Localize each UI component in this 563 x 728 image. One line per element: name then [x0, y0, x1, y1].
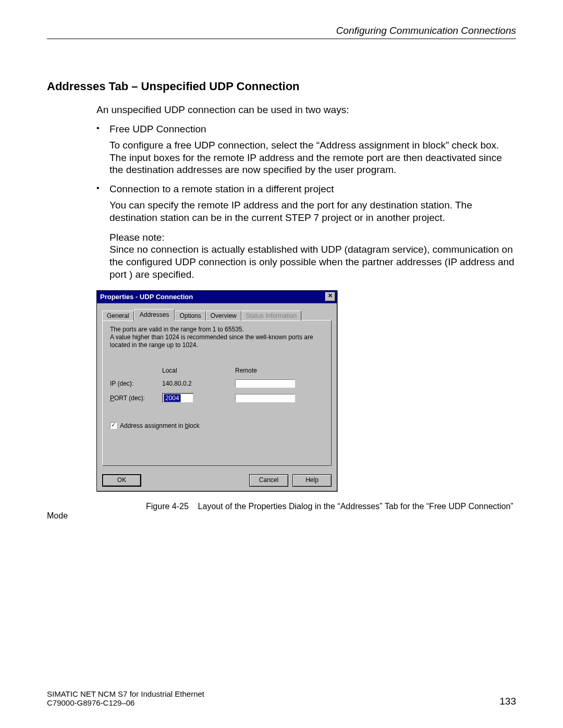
close-icon: ✕	[328, 292, 333, 299]
bullet-marker: •	[96, 183, 109, 195]
footer-docid: C79000-G8976-C129–06	[47, 698, 204, 707]
address-assignment-checkbox[interactable]: ✓	[110, 422, 117, 429]
close-button[interactable]: ✕	[325, 292, 335, 301]
column-header-local: Local	[162, 367, 235, 374]
column-header-remote: Remote	[235, 367, 313, 374]
footer-product: SIMATIC NET NCM S7 for Industrial Ethern…	[47, 689, 204, 698]
help-button[interactable]: Help	[292, 474, 332, 487]
list-item: • Free UDP Connection To configure a fre…	[96, 124, 516, 176]
bullet-marker: •	[96, 124, 109, 135]
help-line-1: The ports are valid in the range from 1 …	[110, 326, 244, 333]
figure-text: Layout of the Properties Dialog in the “…	[47, 502, 513, 520]
note-label: Please note:	[109, 232, 165, 243]
remote-port-input[interactable]	[235, 394, 295, 402]
tab-addresses[interactable]: Addresses	[134, 309, 175, 320]
dialog-titlebar[interactable]: Properties - UDP Connection ✕	[97, 291, 337, 303]
bullet-label: Free UDP Connection	[109, 124, 206, 135]
row-label-port: PORT (dec):	[110, 394, 162, 402]
tab-strip: General Addresses Options Overview Statu…	[102, 309, 332, 320]
page-footer: SIMATIC NET NCM S7 for Industrial Ethern…	[47, 689, 516, 708]
tab-status-information: Status Information	[241, 311, 301, 321]
bullet-paragraph: You can specify the remote IP address an…	[109, 199, 516, 224]
figure-label: Figure 4-25	[146, 502, 189, 511]
address-grid: Local Remote IP (dec): 140.80.0.2 PORT (…	[110, 367, 324, 403]
bullet-list: • Free UDP Connection To configure a fre…	[96, 124, 516, 281]
note-text: Since no connection is actually establis…	[109, 244, 515, 280]
address-assignment-checkbox-row[interactable]: ✓ Address assignment in block	[110, 422, 324, 429]
page-header: Configuring Communication Connections	[47, 25, 516, 39]
remote-ip-input[interactable]	[235, 379, 295, 388]
local-port-value: 2004	[164, 394, 181, 402]
cancel-button[interactable]: Cancel	[249, 474, 288, 487]
chapter-title: Configuring Communication Connections	[336, 25, 516, 36]
tab-options[interactable]: Options	[175, 311, 205, 321]
section-heading: Addresses Tab – Unspecified UDP Connecti…	[47, 80, 516, 93]
tab-general[interactable]: General	[102, 311, 134, 321]
row-label-ip: IP (dec):	[110, 380, 162, 387]
bullet-label: Connection to a remote station in a diff…	[109, 183, 334, 195]
bullet-paragraph: To configure a free UDP connection, sele…	[109, 139, 516, 176]
tab-overview[interactable]: Overview	[206, 311, 241, 321]
dialog-title: Properties - UDP Connection	[100, 293, 193, 301]
bullet-note: Please note: Since no connection is actu…	[109, 231, 516, 281]
tab-panel-addresses: The ports are valid in the range from 1 …	[102, 320, 332, 466]
checkbox-label: Address assignment in block	[120, 422, 200, 429]
figure-caption: Figure 4-25 Layout of the Properties Dia…	[47, 502, 516, 521]
port-help-text: The ports are valid in the range from 1 …	[110, 326, 324, 349]
ok-button[interactable]: OK	[102, 474, 141, 487]
dialog-button-row: OK Cancel Help	[97, 470, 337, 491]
list-item: • Connection to a remote station in a di…	[96, 183, 516, 281]
properties-dialog: Properties - UDP Connection ✕ General Ad…	[96, 290, 337, 491]
help-line-2: A value higher than 1024 is recommended …	[110, 334, 313, 349]
intro-text: An unspecified UDP connection can be use…	[96, 104, 516, 116]
page-number: 133	[499, 696, 516, 707]
local-port-input[interactable]: 2004	[162, 393, 194, 403]
checkmark-icon: ✓	[111, 422, 116, 428]
local-ip-value: 140.80.0.2	[162, 380, 235, 387]
